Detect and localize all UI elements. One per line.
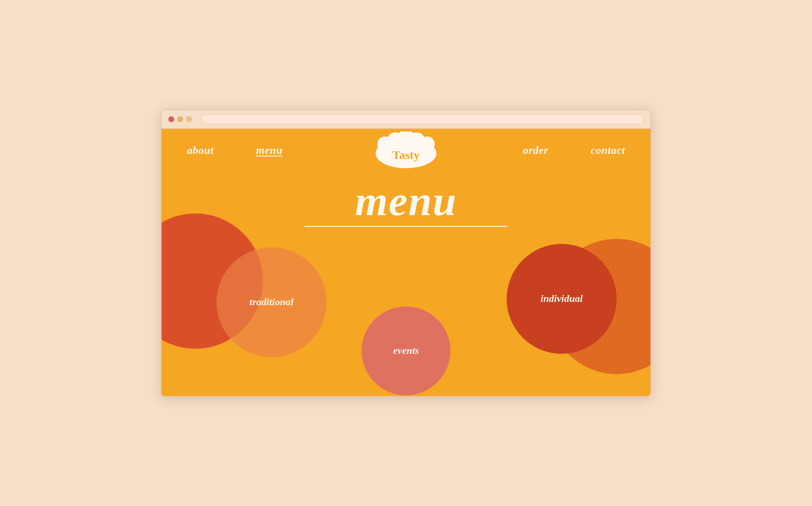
circle-individual[interactable]: individual xyxy=(507,244,617,354)
circle-traditional-label: traditional xyxy=(250,296,294,308)
browser-dots xyxy=(168,116,192,122)
circle-events-label: events xyxy=(393,345,419,356)
nav-item-contact[interactable]: contact xyxy=(591,144,625,157)
nav-item-order[interactable]: order xyxy=(523,144,548,157)
svg-point-5 xyxy=(420,137,435,152)
browser-chrome xyxy=(162,110,650,129)
nav-item-menu[interactable]: menu xyxy=(256,144,283,157)
page-title-section: menu xyxy=(162,180,650,227)
circle-traditional[interactable]: traditional xyxy=(217,247,326,357)
logo-container[interactable]: Tasty xyxy=(372,131,440,171)
nav-right: order contact xyxy=(523,144,625,157)
page-title: menu xyxy=(162,180,650,222)
circle-events[interactable]: events xyxy=(362,306,450,395)
address-bar[interactable] xyxy=(201,114,644,124)
nav-left: about menu xyxy=(187,144,283,157)
dot-close[interactable] xyxy=(168,116,174,122)
website-content: about menu order contact xyxy=(162,129,650,396)
dot-minimize[interactable] xyxy=(177,116,183,122)
circle-individual-label: individual xyxy=(540,293,583,304)
browser-frame: about menu order contact xyxy=(161,109,651,397)
svg-text:Tasty: Tasty xyxy=(392,148,420,161)
dot-maximize[interactable] xyxy=(186,116,192,122)
nav-item-about[interactable]: about xyxy=(187,144,214,157)
title-underline xyxy=(304,226,508,227)
